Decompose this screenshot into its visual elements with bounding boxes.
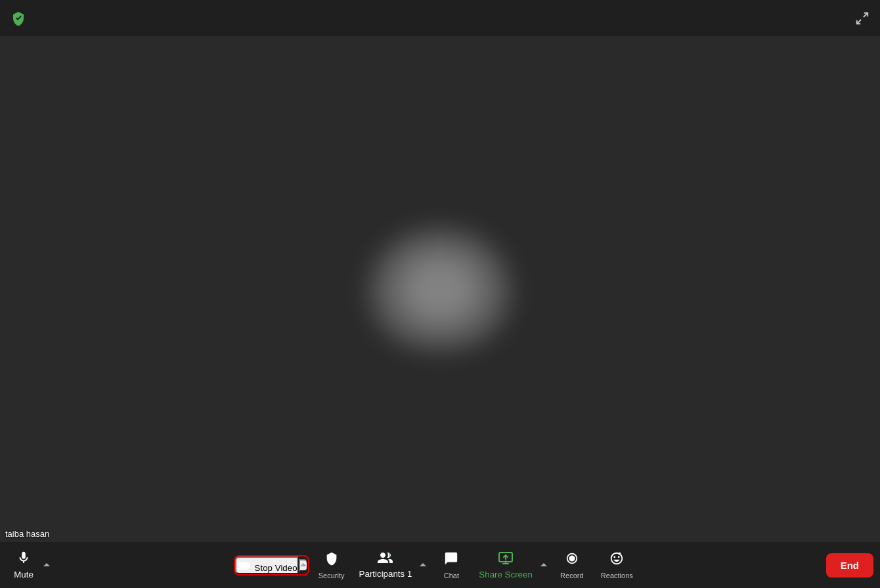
expand-icon[interactable] xyxy=(855,11,869,26)
record-icon xyxy=(565,551,579,569)
toolbar-right: End xyxy=(821,553,873,578)
mute-label: Mute xyxy=(14,570,33,579)
shield-icon xyxy=(11,10,26,26)
svg-marker-7 xyxy=(540,563,547,566)
chat-button[interactable]: Chat xyxy=(431,547,471,583)
participant-avatar xyxy=(368,227,512,352)
share-screen-group: Share Screen xyxy=(473,547,550,583)
chat-icon xyxy=(444,551,458,569)
svg-text:1: 1 xyxy=(388,552,391,558)
mute-caret-button[interactable] xyxy=(41,559,53,571)
security-button[interactable]: Security xyxy=(312,547,351,583)
toolbar-left: Mute xyxy=(7,547,53,583)
security-icon xyxy=(324,551,339,569)
reactions-label: Reactions xyxy=(601,572,633,579)
participants-label: Participants 1 xyxy=(359,569,412,579)
share-screen-label: Share Screen xyxy=(479,570,533,579)
share-screen-button[interactable]: Share Screen xyxy=(473,547,538,583)
share-screen-icon xyxy=(498,551,514,567)
top-bar xyxy=(0,0,880,36)
participants-group: 1 Participants 1 xyxy=(354,547,429,583)
record-button[interactable]: Record xyxy=(552,547,592,583)
participants-icon: 1 xyxy=(377,551,394,566)
main-video-area xyxy=(0,36,880,542)
end-button[interactable]: End xyxy=(826,553,873,578)
svg-marker-2 xyxy=(43,563,50,566)
participant-name: taiba hasan xyxy=(5,529,49,539)
mute-button[interactable]: Mute xyxy=(7,547,41,583)
svg-line-0 xyxy=(864,12,868,16)
stop-video-group: Stop Video xyxy=(234,555,309,576)
video-icon xyxy=(236,563,255,573)
reactions-icon xyxy=(609,551,624,569)
share-screen-caret-button[interactable] xyxy=(538,559,550,571)
mute-group: Mute xyxy=(7,547,53,583)
toolbar: Mute Stop Video xyxy=(0,542,880,588)
stop-video-caret-button[interactable] xyxy=(299,559,308,572)
participants-button[interactable]: 1 Participants 1 xyxy=(354,547,418,583)
toolbar-center: Stop Video Security xyxy=(53,547,821,583)
record-label: Record xyxy=(560,572,583,579)
svg-marker-5 xyxy=(420,563,426,566)
security-label: Security xyxy=(319,572,345,579)
svg-line-1 xyxy=(857,19,861,23)
reactions-button[interactable]: Reactions xyxy=(594,547,640,583)
stop-video-button[interactable]: Stop Video xyxy=(235,556,299,574)
mic-icon xyxy=(16,551,31,567)
svg-point-9 xyxy=(569,556,574,560)
svg-marker-3 xyxy=(300,563,307,566)
participants-caret-button[interactable] xyxy=(417,559,429,571)
chat-label: Chat xyxy=(444,572,459,579)
stop-video-label: Stop Video xyxy=(255,563,297,573)
